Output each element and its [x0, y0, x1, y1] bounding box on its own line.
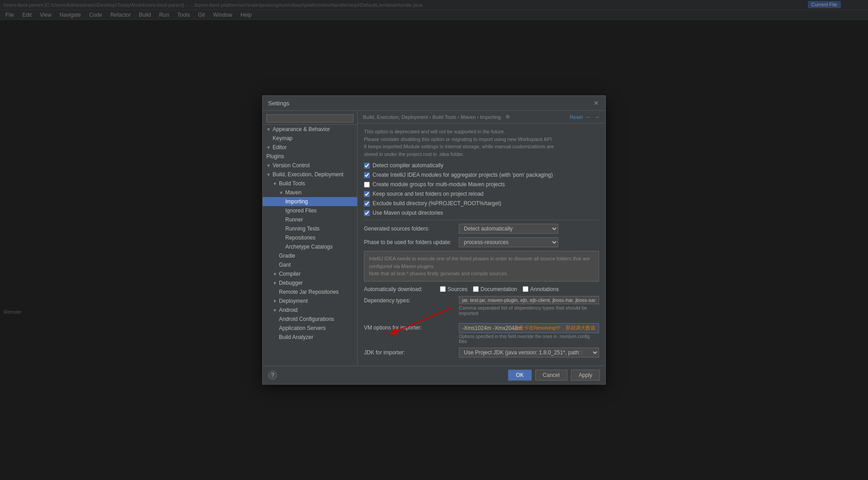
breadcrumb-text: Build, Execution, Deployment › Build Too… — [363, 114, 501, 120]
checkbox-use-maven-output[interactable] — [364, 210, 370, 216]
build-tools-expand-arrow: ▼ — [273, 181, 277, 186]
checkbox-text-create-idea-modules: Create IntelliJ IDEA modules for aggrega… — [373, 172, 553, 178]
phase-row: Phase to be used for folders update: pro… — [364, 237, 599, 247]
checkbox-create-idea-modules[interactable] — [364, 172, 370, 178]
reset-button[interactable]: Reset — [570, 114, 583, 120]
sources-checkbox-label[interactable]: Sources — [440, 286, 467, 292]
checkbox-exclude-build-dir[interactable] — [364, 201, 370, 207]
tree-label-android-configs: Android Configurations — [279, 316, 334, 322]
tree-label-app-servers: Application Servers — [279, 325, 326, 331]
checkbox-label-exclude-build-dir[interactable]: Exclude build directory (%PROJECT_ROOT%/… — [364, 200, 501, 207]
tree-label-debugger: Debugger — [279, 280, 303, 286]
docs-checkbox[interactable] — [473, 286, 479, 292]
dependency-hint: Comma separated list of dependency types… — [459, 305, 599, 316]
tree-item-gradle[interactable]: Gradle — [263, 251, 357, 260]
checkbox-detect-compiler[interactable] — [364, 163, 370, 169]
checkbox-label-create-idea-modules[interactable]: Create IntelliJ IDEA modules for aggrega… — [364, 172, 553, 178]
tree-item-deployment[interactable]: ▼Deployment — [263, 296, 357, 306]
vm-options-row: VM options for importer: 总是卡在Resolving中，… — [364, 323, 599, 344]
help-button[interactable]: ? — [268, 371, 277, 380]
apply-button[interactable]: Apply — [571, 370, 600, 381]
tree-item-archetype-catalogs[interactable]: Archetype Catalogs — [263, 242, 357, 251]
vm-options-input[interactable] — [459, 323, 599, 333]
generated-sources-row: Generated sources folders: Detect automa… — [364, 224, 599, 234]
tree-item-runner[interactable]: Runner — [263, 215, 357, 224]
annotations-checkbox[interactable] — [523, 286, 528, 292]
checkbox-keep-source-folders[interactable] — [364, 191, 370, 197]
settings-content-panel: Build, Execution, Deployment › Build Too… — [358, 111, 605, 366]
tree-item-running-tests[interactable]: Running Tests — [263, 224, 357, 233]
tree-item-gant[interactable]: Gant — [263, 260, 357, 269]
tree-label-editor: Editor — [273, 144, 287, 151]
android-expand-arrow: ▼ — [273, 308, 277, 313]
checkbox-label-detect-compiler[interactable]: Detect compiler automatically — [364, 162, 443, 169]
tree-item-version-control[interactable]: ▼Version Control — [263, 161, 357, 170]
jdk-select[interactable]: Use Project JDK (java version: 1.8.0_251… — [459, 348, 599, 358]
checkbox-text-create-module-groups: Create module groups for multi-module Ma… — [373, 181, 505, 188]
nav-back-button[interactable]: ← — [585, 113, 591, 120]
auto-download-checkboxes: Sources Documentation Annotations — [440, 286, 559, 292]
tree-item-importing[interactable]: Importing — [263, 197, 357, 206]
dependency-types-input[interactable] — [459, 296, 599, 304]
docs-checkbox-label[interactable]: Documentation — [473, 286, 517, 292]
dialog-body: ▼Appearance & BehaviorKeymap▼EditorPlugi… — [263, 111, 605, 366]
tree-label-build-tools: Build Tools — [279, 180, 305, 187]
tree-label-running-tests: Running Tests — [285, 226, 320, 232]
dependency-types-label: Dependency types: — [364, 296, 454, 304]
annotations-checkbox-label[interactable]: Annotations — [523, 286, 559, 292]
tree-item-compiler[interactable]: ▼Compiler — [263, 269, 357, 278]
generated-sources-select[interactable]: Detect automatically — [459, 224, 558, 234]
divider-1 — [364, 220, 599, 220]
vm-options-wrapper: 总是卡在Resolving中，那就调大数值 Options specified … — [459, 323, 599, 344]
tree-item-maven[interactable]: ▼Maven — [263, 188, 357, 197]
tree-item-debugger[interactable]: ▼Debugger — [263, 278, 357, 287]
tree-item-appearance[interactable]: ▼Appearance & Behavior — [263, 125, 357, 134]
ok-button[interactable]: OK — [508, 370, 531, 381]
tree-search-input[interactable] — [266, 114, 354, 122]
tree-label-compiler: Compiler — [279, 271, 301, 277]
tree-label-gant: Gant — [279, 262, 291, 268]
jdk-label: JDK for importer: — [364, 349, 454, 356]
tree-item-remote-jar-repos[interactable]: Remote Jar Repositories — [263, 287, 357, 296]
checkbox-row-keep-source-folders: Keep source and test folders on project … — [364, 191, 599, 197]
tree-item-keymap[interactable]: Keymap — [263, 134, 357, 143]
tree-item-android-configs[interactable]: Android Configurations — [263, 315, 357, 324]
compiler-expand-arrow: ▼ — [273, 272, 277, 277]
tree-label-gradle: Gradle — [279, 253, 295, 259]
vm-options-hint: Options specified in this field override… — [459, 334, 599, 344]
checkbox-label-use-maven-output[interactable]: Use Maven output directories — [364, 210, 443, 216]
sources-label: Sources — [448, 286, 467, 292]
close-button[interactable]: ✕ — [593, 99, 600, 107]
version-control-expand-arrow: ▼ — [266, 163, 271, 168]
tree-label-ignored-files: Ignored Files — [285, 207, 316, 214]
checkbox-label-keep-source-folders[interactable]: Keep source and test folders on project … — [364, 191, 483, 197]
tree-item-android[interactable]: ▼Android — [263, 306, 357, 315]
tree-item-build-exec[interactable]: ▼Build, Execution, Deployment — [263, 170, 357, 179]
checkbox-create-module-groups[interactable] — [364, 182, 370, 188]
maven-expand-arrow: ▼ — [279, 190, 283, 195]
docs-label: Documentation — [481, 286, 517, 292]
auto-download-row: Automatically download: Sources Document… — [364, 286, 599, 292]
tree-item-build-analyzer[interactable]: Build Analyzer — [263, 333, 357, 342]
tree-item-ignored-files[interactable]: Ignored Files — [263, 206, 357, 215]
tree-item-repositories[interactable]: Repositories — [263, 233, 357, 242]
tree-item-plugins[interactable]: Plugins — [263, 152, 357, 161]
checkbox-label-create-module-groups[interactable]: Create module groups for multi-module Ma… — [364, 181, 505, 188]
dialog-titlebar: Settings ✕ — [263, 96, 605, 111]
checkbox-row-create-module-groups: Create module groups for multi-module Ma… — [364, 181, 599, 188]
settings-area: This option is deprecated and will not b… — [358, 123, 605, 366]
checkboxes-container: Detect compiler automaticallyCreate Inte… — [364, 162, 599, 216]
tree-item-build-tools[interactable]: ▼Build Tools — [263, 179, 357, 188]
footer-left: ? — [268, 371, 277, 380]
tree-label-repositories: Repositories — [285, 235, 316, 241]
tree-item-editor[interactable]: ▼Editor — [263, 143, 357, 152]
phase-select[interactable]: process-resources — [459, 237, 558, 247]
tree-search-area — [263, 113, 357, 125]
footer-right: OK Cancel Apply — [508, 370, 600, 381]
cancel-button[interactable]: Cancel — [535, 370, 567, 381]
tree-label-maven: Maven — [285, 189, 302, 196]
tree-item-app-servers[interactable]: Application Servers — [263, 324, 357, 333]
settings-breadcrumb: Build, Execution, Deployment › Build Too… — [358, 111, 605, 123]
nav-fwd-button[interactable]: → — [594, 113, 600, 120]
sources-checkbox[interactable] — [440, 286, 446, 292]
